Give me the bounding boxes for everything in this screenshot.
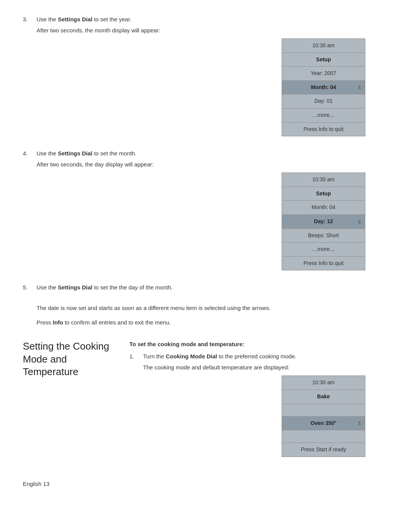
section-cooking-mode: Setting the Cooking Mode and Temperature… <box>23 340 388 470</box>
step-4-body: Use the Settings Dial to set the month. … <box>37 149 388 274</box>
display-row: 10:30 am <box>282 173 365 187</box>
step-3-subtext: After two seconds, the month display wil… <box>37 26 388 35</box>
section-subheading: To set the cooking mode and temperature: <box>129 340 388 349</box>
display-row: Setup <box>282 53 365 67</box>
display-row-press-start: Press Start if ready <box>282 443 365 457</box>
section-step-1-text: Turn the Cooking Mode Dial to the prefer… <box>143 352 388 361</box>
display-row <box>282 430 365 443</box>
prose-line-1: The date is now set and starts as soon a… <box>37 304 388 313</box>
section-step-1-body: Turn the Cooking Mode Dial to the prefer… <box>143 352 388 460</box>
display-row: Day: 01 <box>282 94 365 109</box>
display-row: Beeps: Short <box>282 229 365 243</box>
step-4-subtext: After two seconds, the day display will … <box>37 160 388 169</box>
step-3-body: Use the Settings Dial to set the year. A… <box>37 15 388 140</box>
display-row: …more… <box>282 243 365 257</box>
display-row: Press Info to quit <box>282 123 365 136</box>
display-panel-bake: 10:30 am Bake Oven 350° ± Press Start if… <box>282 375 365 457</box>
adjust-icon: ± <box>358 83 361 91</box>
display-panel-step3: 10:30 am Setup Year: 2007 Month: 04 ± Da… <box>282 38 365 136</box>
display-row: …more… <box>282 109 365 123</box>
display-row: 10:30 am <box>282 376 365 390</box>
prose-line-2: Press Info to confirm all entries and to… <box>37 318 388 327</box>
display-row: Bake <box>282 390 365 404</box>
step-3-text: Use the Settings Dial to set the year. <box>37 15 388 24</box>
step-4: 4. Use the Settings Dial to set the mont… <box>23 149 388 274</box>
display-row-highlighted: Day: 12 ± <box>282 215 365 229</box>
section-title: Setting the Cooking Mode and Temperature <box>23 340 129 470</box>
footer: English 13 <box>0 477 411 491</box>
display-row-highlighted: Month: 04 ± <box>282 81 365 95</box>
display-row: Press Info to quit <box>282 257 365 270</box>
display-row <box>282 404 365 417</box>
display-row: Month: 04 <box>282 201 365 215</box>
footer-text: English 13 <box>23 481 49 487</box>
adjust-icon: ± <box>358 217 361 226</box>
step-number-4: 4. <box>23 149 37 274</box>
display-row: Year: 2007 <box>282 67 365 81</box>
section-step-number-1: 1. <box>129 352 143 460</box>
display-row-highlighted: Oven 350° ± <box>282 417 365 431</box>
adjust-icon: ± <box>358 419 361 427</box>
step-5: 5. Use the Settings Dial to set the the … <box>23 283 388 294</box>
display-panel-step4: 10:30 am Setup Month: 04 Day: 12 ± Beeps… <box>282 173 365 270</box>
step-3: 3. Use the Settings Dial to set the year… <box>23 15 388 140</box>
section-step-1: 1. Turn the Cooking Mode Dial to the pre… <box>129 352 388 460</box>
section-step-1-subtext: The cooking mode and default temperature… <box>143 363 388 372</box>
step-number-5: 5. <box>23 283 37 294</box>
step-4-text: Use the Settings Dial to set the month. <box>37 149 388 158</box>
page-content: 3. Use the Settings Dial to set the year… <box>0 15 411 477</box>
step-number-3: 3. <box>23 15 37 140</box>
section-content: To set the cooking mode and temperature:… <box>129 340 388 470</box>
display-row: 10:30 am <box>282 39 365 53</box>
display-row: Setup <box>282 187 365 201</box>
step-5-text: Use the Settings Dial to set the the day… <box>37 283 388 292</box>
step-5-body: Use the Settings Dial to set the the day… <box>37 283 388 294</box>
